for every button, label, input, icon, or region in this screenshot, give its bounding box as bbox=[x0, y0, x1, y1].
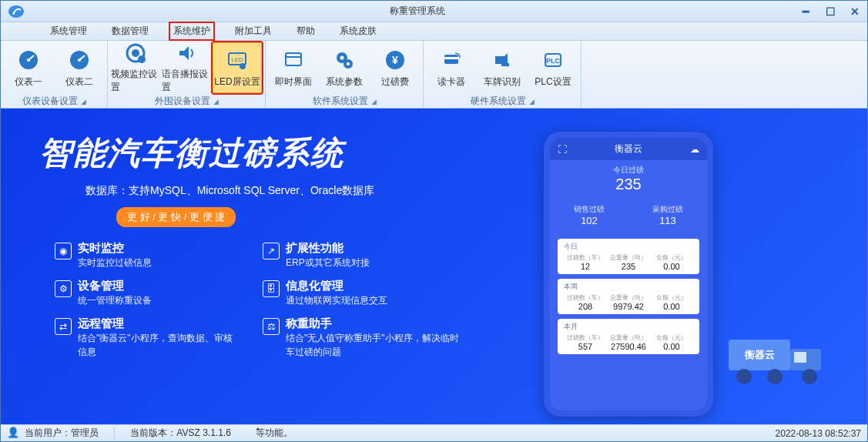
phone-today-value: 235 bbox=[550, 176, 707, 193]
phone-card: 今日过磅数（车）12总重量（吨）235金额（元）0.00 bbox=[558, 239, 699, 274]
gauge-icon bbox=[67, 48, 92, 72]
svg-point-28 bbox=[767, 369, 783, 384]
user-icon: 👤 bbox=[7, 427, 19, 438]
ribbon-btn-label: 仪表二 bbox=[65, 75, 93, 89]
feature-icon: ⇄ bbox=[55, 318, 72, 335]
expand-arrow-icon[interactable]: ◢ bbox=[529, 98, 535, 105]
feature-desc: ERP或其它系统对接 bbox=[286, 256, 370, 270]
feature-item: ⚖称重助手结合"无人值守称重助手"小程序，解决临时车过磅的问题 bbox=[263, 316, 463, 359]
card-col-label: 总重量（吨） bbox=[607, 293, 650, 302]
card-title: 本周 bbox=[564, 282, 693, 292]
card-title: 今日 bbox=[564, 242, 693, 252]
menu-item-1[interactable]: 数据管理 bbox=[109, 23, 152, 39]
svg-rect-20 bbox=[444, 57, 458, 59]
phone-counts-row: 销售过磅 102 采购过磅 113 bbox=[550, 201, 707, 234]
window-title: 称重管理系统 bbox=[36, 5, 798, 18]
app-logo bbox=[5, 3, 36, 20]
svg-point-10 bbox=[240, 63, 246, 69]
feature-desc: 结合"无人值守称重助手"小程序，解决临时车过磅的问题 bbox=[286, 331, 463, 359]
ribbon-btn-label: PLC设置 bbox=[535, 75, 571, 89]
statusbar: 👤 当前用户：管理员 当前版本：AVSZ 3.1.1.6 ْ等功能。 2022-… bbox=[1, 424, 867, 441]
phone-header: ⛶ 衡器云 ☁ bbox=[550, 138, 707, 160]
hero-badge: 更 好 / 更 快 / 更 便 捷 bbox=[116, 207, 236, 227]
ribbon-btn-speaker[interactable]: 语音播报设置 bbox=[162, 42, 211, 93]
camera-icon bbox=[490, 48, 514, 72]
minimize-button[interactable]: ━ bbox=[798, 5, 813, 18]
close-button[interactable]: ✕ bbox=[847, 5, 863, 18]
menu-item-5[interactable]: 系统皮肤 bbox=[337, 23, 380, 39]
svg-point-6 bbox=[132, 49, 139, 57]
content-area: 智能汽车衡过磅系统 数据库：支持MySQL、Microsoft SQL Serv… bbox=[1, 109, 867, 424]
ribbon-group-title: 软件系统设置◢ bbox=[269, 93, 420, 109]
phone-card: 本月过磅数（车）557总重量（吨）27590.46金额（元）0.00 bbox=[558, 319, 699, 354]
menu-item-2[interactable]: 系统维护 bbox=[170, 23, 213, 39]
svg-point-16 bbox=[347, 62, 350, 65]
ribbon-btn-gauge[interactable]: 仪表二 bbox=[55, 42, 104, 93]
feature-item: ⇄远程管理结合"衡器云"小程序，查询数据、审核信息 bbox=[55, 316, 240, 359]
card-col-value: 557 bbox=[564, 342, 607, 351]
card-col-value: 0.00 bbox=[650, 302, 693, 311]
ribbon-btn-money[interactable]: ¥过磅费 bbox=[370, 42, 420, 93]
feature-item: ⚙设备管理统一管理称重设备 bbox=[55, 279, 240, 307]
feature-icon: ◉ bbox=[55, 243, 72, 260]
ribbon-group-title: 外围设备设置◢ bbox=[111, 93, 262, 109]
feature-icon: 🗄 bbox=[263, 280, 280, 297]
svg-point-7 bbox=[138, 55, 146, 63]
ribbon-btn-plc[interactable]: PLCPLC设置 bbox=[528, 42, 578, 93]
money-icon: ¥ bbox=[383, 48, 407, 72]
ribbon-btn-label: 系统参数 bbox=[326, 75, 363, 89]
status-version: 当前版本：AVSZ 3.1.1.6 bbox=[130, 427, 230, 440]
card-col-value: 12 bbox=[564, 262, 607, 271]
titlebar: 称重管理系统 ━ ☐ ✕ bbox=[1, 1, 867, 22]
feature-desc: 统一管理称重设备 bbox=[78, 293, 152, 307]
ribbon-btn-camera-gear[interactable]: 视频监控设置 bbox=[111, 42, 160, 93]
menu-item-3[interactable]: 附加工具 bbox=[232, 23, 275, 39]
menu-item-0[interactable]: 系统管理 bbox=[47, 23, 90, 39]
menu-item-4[interactable]: 帮助 bbox=[293, 23, 318, 39]
ribbon-btn-gears[interactable]: 系统参数 bbox=[320, 42, 369, 93]
truck-graphic: 衡器云 bbox=[721, 316, 844, 393]
svg-point-4 bbox=[78, 59, 81, 62]
ribbon-group-0: 仪表一仪表二仪表设备设置◢ bbox=[1, 41, 108, 108]
led-screen-icon: LED bbox=[225, 48, 250, 72]
expand-arrow-icon[interactable]: ◢ bbox=[213, 98, 219, 105]
expand-arrow-icon[interactable]: ◢ bbox=[81, 98, 86, 105]
phone-card: 本周过磅数（车）208总重量（吨）9979.42金额（元）0.00 bbox=[558, 279, 699, 314]
ribbon: 仪表一仪表二仪表设备设置◢视频监控设置语音播报设置LEDLED屏设置外围设备设置… bbox=[1, 41, 867, 109]
ribbon-btn-label: 即时界面 bbox=[275, 75, 312, 89]
card-col-label: 过磅数（车） bbox=[564, 333, 607, 342]
ribbon-btn-window[interactable]: 即时界面 bbox=[269, 42, 318, 93]
svg-text:LED: LED bbox=[231, 56, 243, 63]
card-col-label: 过磅数（车） bbox=[564, 293, 607, 302]
ribbon-btn-card-reader[interactable]: 读卡器 bbox=[427, 42, 476, 93]
window-controls: ━ ☐ ✕ bbox=[798, 5, 863, 18]
status-user-prefix: 当前用户： bbox=[25, 427, 71, 438]
ribbon-btn-gauge[interactable]: 仪表一 bbox=[4, 42, 53, 93]
ribbon-btn-label: 仪表一 bbox=[15, 75, 42, 89]
feature-title: 称重助手 bbox=[286, 316, 463, 331]
phone-purchase-label: 采购过磅 bbox=[652, 204, 683, 215]
expand-arrow-icon[interactable]: ◢ bbox=[371, 98, 377, 105]
menubar: 系统管理数据管理系统维护附加工具帮助系统皮肤 bbox=[1, 22, 867, 41]
card-col-label: 总重量（吨） bbox=[607, 253, 650, 262]
card-col-label: 金额（元） bbox=[650, 293, 693, 302]
svg-point-15 bbox=[340, 55, 344, 59]
phone-today-stat: 今日过磅 235 bbox=[550, 160, 707, 201]
feature-item: ◉实时监控实时监控过磅信息 bbox=[55, 241, 240, 270]
svg-point-29 bbox=[802, 369, 817, 384]
feature-desc: 结合"衡器云"小程序，查询数据、审核信息 bbox=[78, 331, 240, 359]
card-col-value: 0.00 bbox=[650, 342, 693, 351]
svg-point-2 bbox=[27, 59, 30, 62]
svg-point-27 bbox=[736, 369, 752, 384]
ribbon-btn-camera[interactable]: 车牌识别 bbox=[478, 42, 527, 93]
maximize-button[interactable]: ☐ bbox=[823, 5, 838, 18]
card-col-label: 总重量（吨） bbox=[607, 333, 650, 342]
card-reader-icon bbox=[439, 48, 464, 72]
card-col-label: 过磅数（车） bbox=[564, 253, 607, 262]
phone-sales-value: 102 bbox=[574, 215, 605, 226]
ribbon-btn-led-screen[interactable]: LEDLED屏设置 bbox=[213, 42, 262, 93]
phone-header-title: 衡器云 bbox=[615, 142, 642, 156]
svg-rect-26 bbox=[794, 352, 806, 363]
phone-today-label: 今日过磅 bbox=[550, 165, 707, 176]
card-col-label: 金额（元） bbox=[650, 253, 693, 262]
